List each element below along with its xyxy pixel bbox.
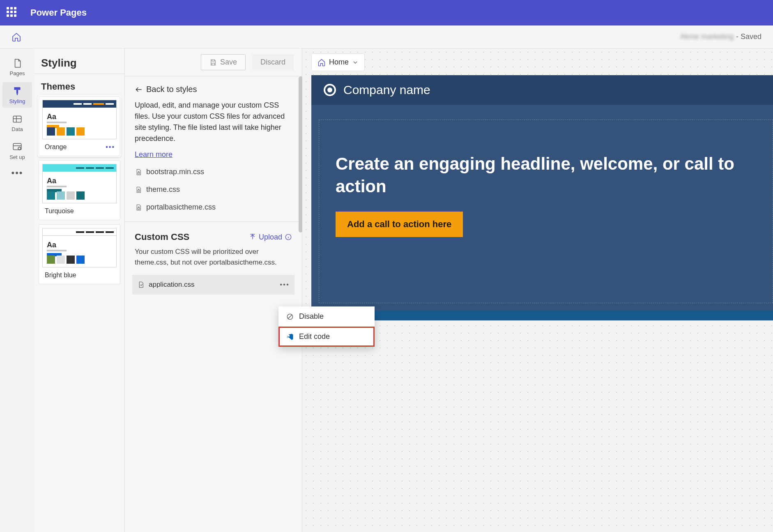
preview-hero-section[interactable]: Create an engaging headline, welcome, or… [319,120,773,303]
css-file-locked: theme.css [135,185,292,194]
rail-data[interactable]: Data [2,110,32,136]
css-file-locked: portalbasictheme.css [135,203,292,212]
home-icon[interactable] [12,32,21,42]
lock-file-icon [135,204,142,211]
file-name: theme.css [146,185,180,194]
svg-rect-5 [138,190,140,191]
cta-button[interactable]: Add a call to action here [336,212,463,237]
theme-card-bright-blue[interactable]: Aa Bright blue [39,224,120,284]
file-icon [137,281,145,288]
save-icon [209,59,217,66]
home-icon [317,58,326,67]
preview-footer-strip [319,311,773,320]
rail-label: Data [12,126,23,132]
themes-panel: Styling Themes Aa Orange••• Aa [35,48,125,532]
file-name: portalbasictheme.css [146,203,216,212]
svg-rect-0 [16,90,18,93]
app-header: Power Pages [0,0,773,25]
theme-card-turquoise[interactable]: Aa Turquoise [39,160,120,220]
rail-label: Styling [9,98,25,104]
css-file-locked: bootstrap.min.css [135,168,292,176]
lock-file-icon [135,168,142,176]
save-label: Save [220,58,237,67]
theme-name: Turquoise [45,207,74,215]
custom-css-heading: Custom CSS [135,232,189,242]
context-menu: Disable Edit code [278,306,375,347]
app-launcher-icon[interactable] [7,7,18,18]
theme-sample-text: Aa [47,241,56,249]
theme-name: Orange [45,143,67,151]
discard-label: Discard [260,58,285,67]
command-bar: Akme marketing - Saved [0,25,773,48]
upload-button[interactable]: Upload [249,233,292,242]
rail-label: Pages [10,70,25,76]
theme-name: Bright blue [45,272,76,279]
theme-sample-text: Aa [47,177,56,185]
menu-label: Edit code [299,332,330,341]
back-label: Back to styles [146,85,197,94]
rail-pages[interactable]: Pages [2,54,32,80]
rail-more-icon[interactable]: ••• [11,168,23,178]
site-preview: Home Company name Create an engaging hea… [302,48,773,532]
menu-label: Disable [299,312,324,321]
vscode-icon [286,333,294,341]
themes-heading: Themes [35,74,124,96]
arrow-left-icon [135,85,143,94]
back-to-styles[interactable]: Back to styles [125,76,302,98]
menu-edit-code[interactable]: Edit code [278,327,375,347]
learn-more-link[interactable]: Learn more [135,150,173,159]
preview-site-header: Company name [311,75,773,105]
rail-label: Set up [9,154,25,160]
breadcrumb-label: Home [329,58,349,67]
menu-disable[interactable]: Disable [278,306,375,327]
disable-icon [286,313,294,321]
theme-card-orange[interactable]: Aa Orange••• [39,96,120,156]
company-name: Company name [343,83,430,97]
info-icon [285,233,292,241]
svg-rect-2 [13,143,21,150]
breadcrumb-home[interactable]: Home [311,53,365,71]
app-title: Power Pages [30,7,87,18]
file-name: bootstrap.min.css [146,168,204,176]
lock-file-icon [135,186,142,193]
rail-setup[interactable]: Set up [2,138,32,164]
saved-indicator: - Saved [736,32,761,41]
svg-point-3 [18,147,21,150]
upload-icon [249,233,256,241]
file-more-icon[interactable]: ••• [280,281,290,289]
save-button[interactable]: Save [201,54,246,70]
hero-headline: Create an engaging headline, welcome, or… [336,153,756,198]
css-description: Upload, edit, and manage your custom CSS… [125,98,302,147]
company-logo-icon [324,84,336,96]
upload-label: Upload [259,233,282,242]
custom-css-file[interactable]: application.css ••• [132,275,294,295]
custom-css-description: Your custom CSS will be prioritized over… [125,245,302,272]
svg-rect-1 [13,116,21,122]
svg-rect-6 [138,207,140,209]
svg-rect-4 [138,172,140,174]
site-name: Akme marketing [680,32,734,41]
left-nav-rail: Pages Styling Data Set up ••• [0,48,35,532]
panel-title: Styling [41,57,77,69]
theme-more-icon[interactable]: ••• [106,143,115,151]
theme-sample-text: Aa [47,113,56,121]
rail-styling[interactable]: Styling [2,82,32,108]
chevron-down-icon [352,59,359,66]
file-name: application.css [149,281,195,289]
discard-button[interactable]: Discard [252,54,294,70]
css-detail-panel: Save Discard Back to styles Upload, edit… [125,48,302,532]
